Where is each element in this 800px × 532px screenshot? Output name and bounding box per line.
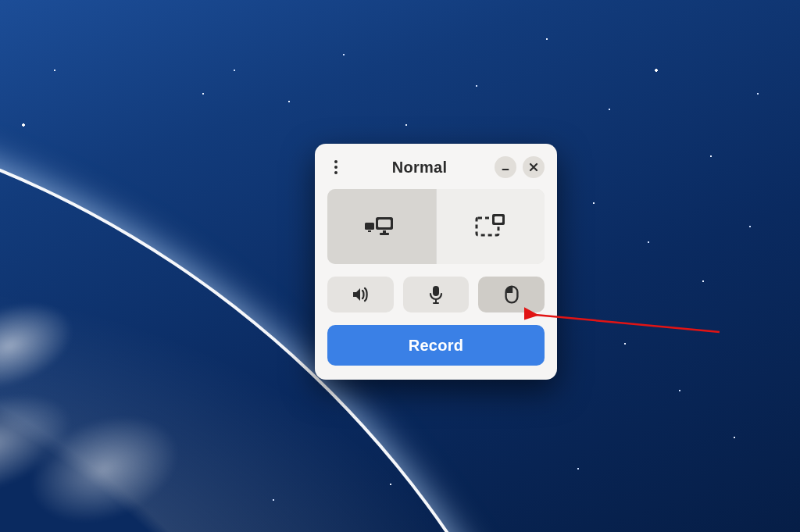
svg-rect-8 (383, 230, 386, 233)
svg-rect-7 (378, 220, 391, 227)
svg-point-1 (334, 166, 338, 169)
mouse-icon (505, 285, 519, 304)
svg-rect-13 (433, 286, 439, 296)
screen-mode-button[interactable] (327, 189, 436, 264)
menu-button[interactable] (327, 159, 345, 176)
record-button-label: Record (409, 337, 464, 354)
recorder-window: Normal (315, 144, 557, 380)
screen-icon (362, 212, 400, 241)
close-icon (529, 162, 538, 172)
close-button[interactable] (523, 156, 545, 178)
toggle-row (327, 277, 545, 312)
minimize-icon (501, 162, 510, 172)
svg-rect-9 (380, 233, 389, 235)
speaker-icon (351, 286, 370, 303)
svg-rect-4 (365, 223, 374, 230)
capture-mode-group (327, 189, 545, 264)
svg-rect-14 (435, 299, 437, 302)
minimize-button[interactable] (495, 156, 516, 178)
svg-point-2 (334, 171, 338, 174)
selection-icon (475, 213, 506, 240)
svg-rect-5 (368, 230, 371, 232)
svg-rect-15 (433, 302, 439, 304)
titlebar: Normal (327, 155, 545, 189)
selection-mode-button[interactable] (436, 189, 545, 264)
pointer-toggle-button[interactable] (478, 277, 545, 312)
svg-rect-3 (502, 169, 509, 170)
microphone-toggle-button[interactable] (403, 277, 470, 312)
speaker-toggle-button[interactable] (327, 277, 394, 312)
kebab-menu-icon (334, 160, 338, 174)
record-button[interactable]: Record (327, 325, 545, 366)
window-title: Normal (392, 159, 448, 177)
svg-point-0 (334, 160, 338, 163)
microphone-icon (428, 285, 444, 304)
svg-rect-12 (495, 216, 502, 223)
